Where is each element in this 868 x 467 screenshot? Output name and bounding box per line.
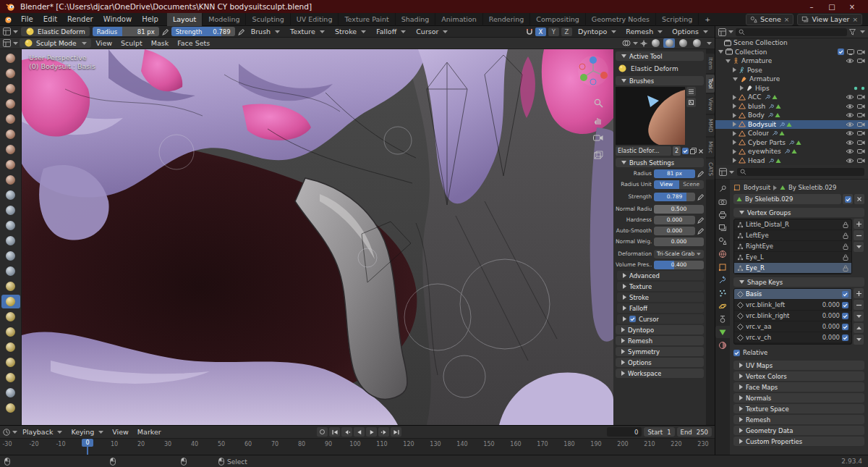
gizmos-toggle-icon[interactable] (640, 40, 647, 47)
timeline-menu-marker[interactable]: Marker (134, 428, 165, 436)
render-visibility-icon[interactable] (857, 122, 865, 127)
strength-slider[interactable]: Strength0.789 (171, 27, 235, 36)
checkbox-checked-icon[interactable] (629, 316, 636, 322)
outliner-item-collection[interactable]: Collection (715, 48, 868, 57)
visibility-eye-icon[interactable] (846, 112, 854, 118)
render-visibility-icon[interactable] (857, 140, 865, 146)
popover-options[interactable]: Options (668, 28, 712, 35)
shape-key-vrc-v-aa[interactable]: vrc.v_aa0.000 (734, 321, 851, 332)
timeline-menu-playback[interactable]: Playback (19, 428, 66, 436)
transport-play[interactable] (366, 427, 377, 437)
outliner-item-bodysuit[interactable]: Bodysuit (715, 120, 868, 130)
shading-wireframe-button[interactable] (650, 38, 661, 48)
end-frame-field[interactable]: End250 (677, 427, 712, 437)
section-header-geometry-data[interactable]: Geometry Data (733, 426, 864, 435)
panel-header-active-tool[interactable]: Active Tool (616, 51, 704, 61)
panel-header-workspace[interactable]: Workspace (616, 369, 704, 378)
viewport-menu-sculpt[interactable]: Sculpt (117, 39, 146, 47)
shading-solid-button[interactable] (663, 38, 675, 48)
transport-next-keyframe[interactable] (378, 427, 389, 437)
mesh-data-name-field[interactable]: By Skeletib.029 (733, 194, 841, 204)
expand-right-icon[interactable] (733, 140, 736, 145)
scene-selector[interactable]: Scene × (746, 14, 794, 25)
pressure-toggle-icon[interactable] (697, 227, 704, 235)
playhead[interactable]: 0 (87, 439, 88, 456)
camera-view-icon[interactable] (590, 130, 607, 145)
sculpt-tool-scrape[interactable] (1, 234, 20, 248)
outliner-item-cyber-parts[interactable]: Cyber Parts (715, 138, 868, 148)
vertex-group-little-distal-r[interactable]: Little_Distal_R (734, 219, 851, 230)
workspace-tab-shading[interactable]: Shading (396, 13, 436, 26)
mode-selector[interactable]: Sculpt Mode (20, 38, 91, 48)
sculpt-tool-grab[interactable] (1, 279, 20, 293)
viewport-3d[interactable]: User Perspective (0) Bodysuit : Basis (22, 49, 613, 425)
sculpt-tool-inflate[interactable] (1, 143, 20, 156)
expand-down-icon[interactable] (733, 77, 738, 81)
expand-right-icon[interactable] (733, 113, 736, 118)
section-header-uv-maps[interactable]: UV Maps (733, 361, 864, 370)
brush-preview[interactable] (616, 87, 704, 145)
checkbox-checked-icon[interactable] (842, 313, 848, 319)
checkbox-checked-icon[interactable] (842, 335, 848, 341)
panel-header-remesh[interactable]: Remesh (616, 336, 704, 345)
section-header-face-maps[interactable]: Face Maps (733, 382, 864, 392)
section-header-custom-properties[interactable]: Custom Properties (733, 437, 864, 446)
fake-user-button[interactable] (843, 194, 853, 204)
brush-list-icon[interactable] (686, 87, 696, 96)
visibility-eye-icon[interactable] (846, 140, 854, 146)
workspace-tab-texture-paint[interactable]: Texture Paint (339, 13, 395, 26)
checkbox-checked-icon[interactable] (838, 49, 844, 55)
lock-icon[interactable] (843, 254, 848, 261)
outliner-item-blush[interactable]: blush (715, 102, 868, 112)
move-shape-key-up-button[interactable] (854, 323, 864, 333)
sculpt-tool-fill[interactable] (1, 219, 20, 232)
menu-help[interactable]: Help (137, 15, 163, 23)
unlink-data-button[interactable] (854, 194, 864, 204)
outliner-search-input[interactable] (736, 28, 847, 36)
render-visibility-icon[interactable] (857, 104, 865, 109)
close-button[interactable]: × (842, 0, 862, 13)
popover-dyntopo[interactable]: Dyntopo (574, 28, 620, 35)
checkbox-checked-icon[interactable] (733, 350, 740, 356)
strength-pressure-icon[interactable] (238, 28, 244, 35)
scene-unlink-icon[interactable]: × (784, 16, 790, 23)
sculpt-tool-thumb[interactable] (1, 325, 20, 339)
properties-tab-tool[interactable] (715, 182, 730, 195)
outliner-item-pose[interactable]: Pose (715, 66, 868, 75)
shape-key-mute-checkbox[interactable] (842, 313, 848, 319)
move-shape-key-down-button[interactable] (854, 335, 864, 345)
expand-right-icon[interactable] (733, 149, 736, 154)
transport-jump-end[interactable] (391, 427, 401, 437)
outliner-item-acc[interactable]: ACC (715, 93, 868, 102)
properties-tab-constraints[interactable] (715, 313, 730, 325)
panel-header-advanced[interactable]: Advanced (617, 271, 704, 280)
render-visibility-icon[interactable] (857, 112, 865, 118)
panel-header-symmetry[interactable]: Symmetry (616, 347, 704, 356)
properties-tab-render[interactable] (715, 195, 730, 208)
expand-right-icon[interactable] (733, 95, 736, 100)
timeline-menu-keying[interactable]: Keying (67, 428, 107, 436)
cursor-checkbox-icon[interactable] (629, 316, 636, 322)
lock-icon[interactable] (843, 265, 848, 272)
sculpt-tool-crease[interactable] (1, 173, 20, 187)
header-menu-falloff[interactable]: Falloff (373, 28, 409, 35)
outliner-editor-icon[interactable] (718, 28, 733, 36)
lock-icon[interactable] (843, 222, 848, 228)
section-header-normals[interactable]: Normals (733, 393, 864, 403)
visibility-eye-icon[interactable] (846, 94, 854, 100)
properties-tab-material[interactable] (715, 339, 730, 351)
visibility-eye-icon[interactable] (846, 158, 854, 164)
minimize-button[interactable]: – (801, 0, 822, 13)
hardness-slider[interactable]: 0.000 (654, 216, 695, 224)
render-visibility-icon[interactable] (857, 49, 865, 55)
checkbox-checked-icon[interactable] (845, 196, 851, 203)
workspace-tab-scripting[interactable]: Scripting (656, 13, 699, 26)
volume-pres-slider[interactable]: 0.400 (654, 261, 704, 269)
relative-checkbox[interactable] (733, 350, 740, 356)
sculpt-tool-blob[interactable] (1, 158, 20, 172)
properties-tab-world[interactable] (715, 248, 730, 260)
checkbox-checked-icon[interactable] (842, 291, 848, 298)
shape-key-mute-checkbox[interactable] (842, 324, 848, 330)
view-layer-selector[interactable]: View Layer × (797, 14, 862, 25)
workspace-tab-rendering[interactable]: Rendering (483, 13, 531, 26)
